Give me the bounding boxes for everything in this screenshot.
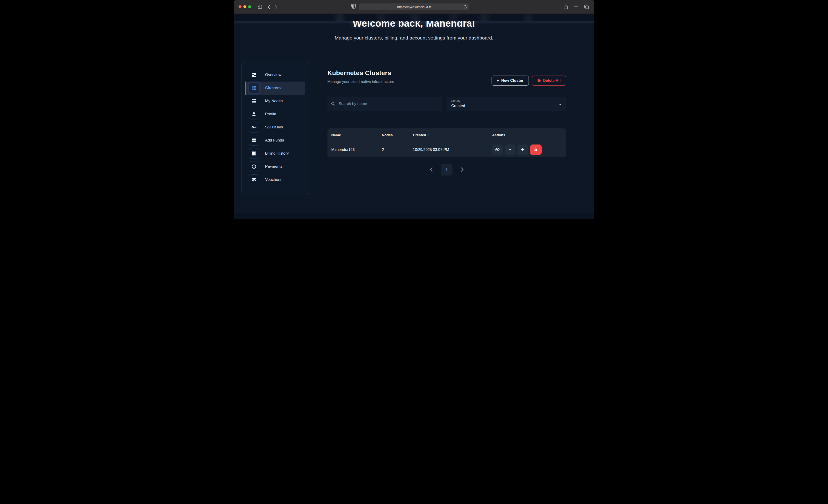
delete-cluster-button[interactable] xyxy=(530,144,542,155)
trash-icon xyxy=(537,79,541,82)
previous-page-button[interactable] xyxy=(429,166,433,173)
new-tab-icon[interactable] xyxy=(574,5,578,9)
sidebar-item-add-funds[interactable]: Add Funds xyxy=(245,134,305,147)
sort-label: Sort by xyxy=(451,99,562,102)
download-kubeconfig-button[interactable] xyxy=(505,144,515,155)
close-window-button[interactable] xyxy=(239,5,242,8)
zoom-window-button[interactable] xyxy=(248,5,251,8)
sort-updown-icon: ↕ xyxy=(428,133,429,137)
cell-cluster-name: Mahendra123 xyxy=(331,148,382,152)
table-row: Mahendra123 2 10/29/2025 03:07 PM xyxy=(328,142,566,157)
add-node-button[interactable] xyxy=(518,144,528,155)
page-subtitle: Manage your cloud-native infrastructure xyxy=(328,80,395,84)
hero-glow-band xyxy=(234,14,594,21)
cell-cluster-nodes: 2 xyxy=(382,148,413,152)
sidebar: Overview Clusters xyxy=(242,61,309,195)
sidebar-item-label: Add Funds xyxy=(265,138,284,143)
sidebar-item-label: Billing History xyxy=(265,151,289,156)
node-icon xyxy=(249,96,259,107)
address-bar[interactable]: https://myceliumcloud.tf xyxy=(359,3,469,10)
url-text: https://myceliumcloud.tf xyxy=(397,5,431,9)
sidebar-item-label: Profile xyxy=(265,112,276,117)
browser-window: https://myceliumcloud.tf xyxy=(234,0,594,219)
privacy-shield-icon[interactable] xyxy=(351,4,356,9)
key-icon xyxy=(249,122,259,132)
chevron-down-icon: ▾ xyxy=(560,103,561,107)
page-number[interactable]: 1 xyxy=(441,164,453,175)
share-icon[interactable] xyxy=(564,4,568,9)
column-header-name: Name xyxy=(331,133,382,137)
person-icon xyxy=(249,109,259,120)
sort-select[interactable]: Sort by Created ▾ xyxy=(447,97,566,111)
view-cluster-button[interactable] xyxy=(492,144,503,155)
sidebar-toggle-icon[interactable] xyxy=(258,5,262,9)
sidebar-item-payments[interactable]: Payments xyxy=(245,160,305,173)
back-button[interactable] xyxy=(267,5,270,9)
welcome-title: Welcome back, Mahendra! xyxy=(234,21,594,29)
sidebar-item-clusters[interactable]: Clusters xyxy=(245,82,305,95)
hero: Welcome back, Mahendra! xyxy=(234,21,594,29)
footer-band xyxy=(234,213,594,219)
sidebar-item-ssh-keys[interactable]: SSH Keys xyxy=(245,121,305,134)
search-icon xyxy=(331,102,335,106)
chrome-right-icons xyxy=(564,0,589,13)
sidebar-item-label: SSH Keys xyxy=(265,125,283,130)
delete-all-button[interactable]: Delete All xyxy=(532,76,566,86)
welcome-subtitle: Manage your clusters, billing, and accou… xyxy=(234,35,594,41)
cell-cluster-created: 10/29/2025 03:07 PM xyxy=(413,148,492,152)
sidebar-item-profile[interactable]: Profile xyxy=(245,108,305,121)
receipt-icon xyxy=(249,148,259,159)
forward-button[interactable] xyxy=(275,5,277,9)
voucher-icon xyxy=(249,174,259,185)
sidebar-item-label: Overview xyxy=(265,73,282,77)
next-page-button[interactable] xyxy=(460,166,464,173)
sidebar-item-label: Clusters xyxy=(265,86,281,90)
clusters-table: Name Nodes Created↕ Actions Mahendra123 … xyxy=(328,128,566,157)
wallet-icon xyxy=(249,135,259,145)
tab-overview-icon[interactable] xyxy=(584,5,589,9)
sidebar-item-vouchers[interactable]: Vouchers xyxy=(245,173,305,186)
new-cluster-button[interactable]: + New Cluster xyxy=(492,76,529,86)
main-heading-block: Kubernetes Clusters Manage your cloud-na… xyxy=(328,69,395,86)
sidebar-item-label: Payments xyxy=(265,164,283,169)
sidebar-item-label: My Nodes xyxy=(265,99,283,103)
browser-chrome: https://myceliumcloud.tf xyxy=(234,0,594,14)
minimize-window-button[interactable] xyxy=(243,5,246,8)
column-header-actions: Actions xyxy=(492,133,562,137)
sidebar-item-label: Vouchers xyxy=(265,177,282,182)
column-header-nodes: Nodes xyxy=(382,133,413,137)
pagination: 1 xyxy=(328,164,566,175)
table-header-row: Name Nodes Created↕ Actions xyxy=(328,128,566,142)
main-panel: Kubernetes Clusters Manage your cloud-na… xyxy=(309,61,594,175)
sidebar-item-my-nodes[interactable]: My Nodes xyxy=(245,95,305,108)
sidebar-item-billing-history[interactable]: Billing History xyxy=(245,147,305,160)
clock-icon xyxy=(249,161,259,172)
plus-icon: + xyxy=(497,79,499,83)
reload-icon[interactable] xyxy=(463,5,467,9)
search-input[interactable] xyxy=(338,101,439,107)
dashboard-icon xyxy=(249,70,259,80)
page-title: Kubernetes Clusters xyxy=(328,69,395,77)
row-actions xyxy=(492,144,562,155)
page-content: Welcome back, Mahendra! Manage your clus… xyxy=(234,14,594,219)
column-header-created[interactable]: Created↕ xyxy=(413,133,492,137)
servers-icon xyxy=(249,83,259,93)
sort-value: Created xyxy=(451,103,562,108)
search-field[interactable] xyxy=(328,97,442,111)
sidebar-item-overview[interactable]: Overview xyxy=(245,69,305,82)
traffic-lights xyxy=(239,5,251,8)
